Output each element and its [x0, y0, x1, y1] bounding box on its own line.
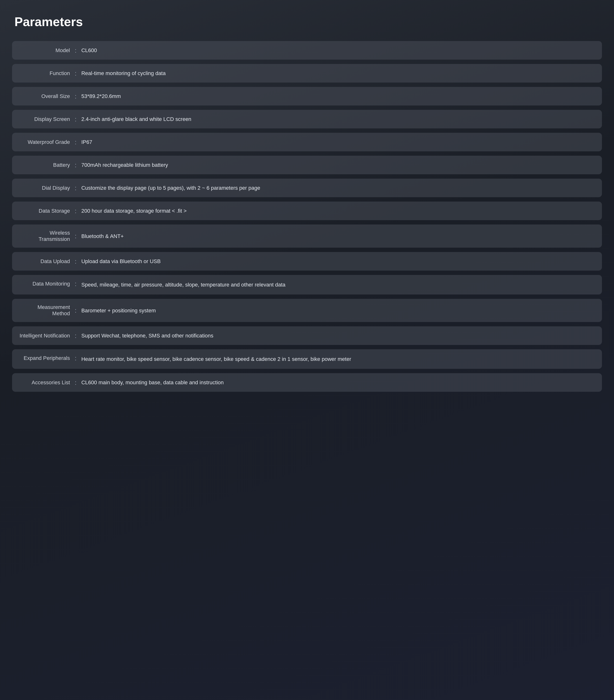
param-value-accessories-list: CL600 main body, mounting base, data cab… [81, 378, 595, 386]
param-separator-model: : [75, 47, 76, 53]
param-separator-wireless-transmission: : [75, 233, 76, 239]
param-row-wireless-transmission: Wireless Transmission:Bluetooth & ANT+ [12, 224, 602, 248]
param-label-dial-display: Dial Display [19, 185, 75, 191]
param-row-expand-peripherals: Expand Peripherals:Heart rate monitor, b… [12, 349, 602, 369]
param-value-battery: 700mAh rechargeable lithium battery [81, 161, 595, 169]
param-separator-data-storage: : [75, 208, 76, 214]
param-row-data-monitoring: Data Monitoring:Speed, mileage, time, ai… [12, 275, 602, 295]
param-separator-battery: : [75, 162, 76, 168]
param-label-display-screen: Display Screen [19, 116, 75, 122]
param-row-display-screen: Display Screen:2.4-inch anti-glare black… [12, 110, 602, 128]
param-value-data-storage: 200 hour data storage, storage format < … [81, 207, 595, 215]
param-row-function: Function:Real-time monitoring of cycling… [12, 64, 602, 83]
param-label-overall-size: Overall Size [19, 93, 75, 99]
param-row-waterproof-grade: Waterproof Grade:IP67 [12, 133, 602, 151]
param-separator-intelligent-notification: : [75, 333, 76, 339]
param-separator-accessories-list: : [75, 379, 76, 386]
param-separator-data-upload: : [75, 258, 76, 264]
param-value-measurement-method: Barometer + positioning system [81, 307, 595, 314]
param-value-model: CL600 [81, 46, 595, 54]
param-label-wireless-transmission: Wireless Transmission [19, 230, 75, 242]
param-value-waterproof-grade: IP67 [81, 138, 595, 146]
param-separator-waterproof-grade: : [75, 139, 76, 145]
param-row-battery: Battery:700mAh rechargeable lithium batt… [12, 156, 602, 174]
param-label-intelligent-notification: Intelligent Notification [19, 333, 75, 339]
param-value-wireless-transmission: Bluetooth & ANT+ [81, 232, 595, 240]
param-separator-display-screen: : [75, 116, 76, 122]
param-value-intelligent-notification: Support Wechat, telephone, SMS and other… [81, 332, 595, 340]
page-title: Parameters [12, 14, 602, 29]
param-label-measurement-method: Measurement Method [19, 304, 75, 317]
param-label-waterproof-grade: Waterproof Grade [19, 139, 75, 145]
param-separator-data-monitoring: : [75, 281, 76, 287]
param-value-expand-peripherals: Heart rate monitor, bike speed sensor, b… [81, 355, 595, 363]
param-separator-overall-size: : [75, 93, 76, 99]
param-label-data-monitoring: Data Monitoring [19, 281, 75, 287]
param-row-accessories-list: Accessories List:CL600 main body, mounti… [12, 373, 602, 392]
param-label-battery: Battery [19, 162, 75, 168]
param-separator-dial-display: : [75, 185, 76, 191]
param-row-intelligent-notification: Intelligent Notification:Support Wechat,… [12, 326, 602, 345]
param-value-data-monitoring: Speed, mileage, time, air pressure, alti… [81, 281, 595, 289]
param-separator-measurement-method: : [75, 307, 76, 314]
param-label-expand-peripherals: Expand Peripherals [19, 355, 75, 361]
param-label-accessories-list: Accessories List [19, 379, 75, 386]
param-value-dial-display: Customize the display page (up to 5 page… [81, 184, 595, 192]
param-value-display-screen: 2.4-inch anti-glare black and white LCD … [81, 115, 595, 123]
param-label-model: Model [19, 47, 75, 53]
param-value-function: Real-time monitoring of cycling data [81, 69, 595, 77]
param-label-data-storage: Data Storage [19, 208, 75, 214]
param-value-overall-size: 53*89.2*20.6mm [81, 92, 595, 100]
param-row-dial-display: Dial Display:Customize the display page … [12, 179, 602, 197]
param-row-measurement-method: Measurement Method:Barometer + positioni… [12, 299, 602, 322]
param-value-data-upload: Upload data via Bluetooth or USB [81, 257, 595, 265]
param-label-function: Function [19, 70, 75, 76]
param-separator-function: : [75, 70, 76, 76]
parameters-table: Model:CL600Function:Real-time monitoring… [12, 41, 602, 392]
param-label-data-upload: Data Upload [19, 258, 75, 264]
param-row-data-upload: Data Upload:Upload data via Bluetooth or… [12, 252, 602, 271]
param-row-model: Model:CL600 [12, 41, 602, 60]
param-row-data-storage: Data Storage:200 hour data storage, stor… [12, 202, 602, 220]
param-row-overall-size: Overall Size:53*89.2*20.6mm [12, 87, 602, 105]
param-separator-expand-peripherals: : [75, 355, 76, 361]
